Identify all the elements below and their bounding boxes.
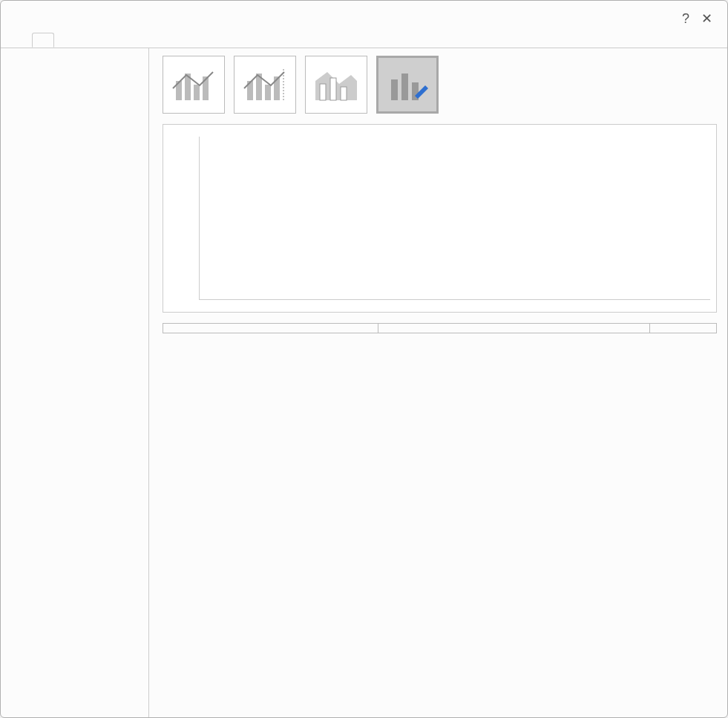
tab-strip <box>1 32 727 48</box>
svg-rect-12 <box>341 87 347 100</box>
help-button[interactable]: ? <box>675 8 696 29</box>
chart-preview <box>163 124 717 313</box>
svg-rect-6 <box>265 85 271 100</box>
svg-rect-2 <box>194 85 200 100</box>
series-table <box>163 323 717 333</box>
col-chart-type <box>378 324 650 333</box>
col-secondary-axis <box>650 324 717 333</box>
combo-subtype-1[interactable] <box>163 56 225 114</box>
combo-subtype-3[interactable] <box>305 56 367 114</box>
tab-all-charts[interactable] <box>32 33 54 48</box>
svg-rect-13 <box>391 79 398 100</box>
svg-rect-10 <box>320 84 326 100</box>
svg-rect-11 <box>330 78 336 100</box>
svg-rect-14 <box>401 74 408 100</box>
plot-area <box>199 137 710 300</box>
col-series-name <box>163 324 378 333</box>
combo-subtype-2[interactable] <box>234 56 296 114</box>
combo-subtype-custom[interactable] <box>376 56 439 114</box>
titlebar: ? ✕ <box>1 1 727 32</box>
combo-subtype-thumbs <box>163 56 717 114</box>
close-button[interactable]: ✕ <box>696 8 717 29</box>
chart-categories-sidebar <box>1 48 149 717</box>
tab-recommended[interactable] <box>10 33 32 48</box>
change-chart-type-dialog: ? ✕ <box>0 0 728 718</box>
main-panel <box>149 48 727 717</box>
y-axis <box>169 137 199 300</box>
